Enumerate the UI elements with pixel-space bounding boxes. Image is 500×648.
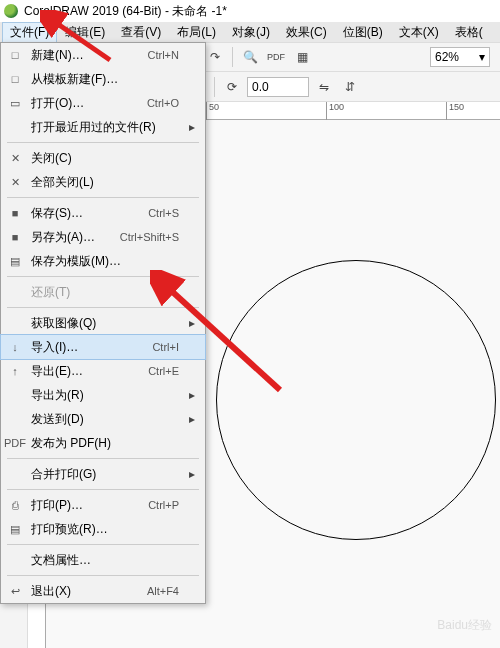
menu-item-icon: ▭ <box>7 95 23 111</box>
menu-item-label: 保存为模版(M)… <box>31 253 171 270</box>
menu-item[interactable]: ▭打开(O)…Ctrl+O <box>1 91 205 115</box>
menu-file[interactable]: 文件(F) <box>2 22 57 43</box>
separator <box>232 47 233 67</box>
ruler-tick: 100 <box>326 102 344 120</box>
menu-item-label: 打开最近用过的文件(R) <box>31 119 171 136</box>
ruler-tick: 50 <box>206 102 219 120</box>
menu-item[interactable]: □从模板新建(F)… <box>1 67 205 91</box>
menu-effect[interactable]: 效果(C) <box>278 22 335 43</box>
menu-item[interactable]: ▤打印预览(R)… <box>1 517 205 541</box>
menu-item-shortcut: Ctrl+Shift+S <box>120 231 179 243</box>
menu-item[interactable]: 合并打印(G)▸ <box>1 462 205 486</box>
menu-item-icon <box>7 119 23 135</box>
pdf-button[interactable]: PDF <box>265 46 287 68</box>
menu-edit[interactable]: 编辑(E) <box>57 22 113 43</box>
menu-item[interactable]: ▤保存为模版(M)… <box>1 249 205 273</box>
menu-item[interactable]: ↑导出(E)…Ctrl+E <box>1 359 205 383</box>
menu-item-label: 打印预览(R)… <box>31 521 171 538</box>
menu-item-shortcut: Alt+F4 <box>147 585 179 597</box>
angle-field[interactable]: 0.0 <box>247 77 309 97</box>
mirror-h-icon[interactable]: ⇋ <box>313 76 335 98</box>
menu-item[interactable]: ■保存(S)…Ctrl+S <box>1 201 205 225</box>
menu-item-icon: ↩ <box>7 583 23 599</box>
menu-item-icon <box>7 284 23 300</box>
menu-item[interactable]: 导出为(R)▸ <box>1 383 205 407</box>
menu-item[interactable]: 获取图像(Q)▸ <box>1 311 205 335</box>
menu-item-label: 打开(O)… <box>31 95 139 112</box>
app-logo-icon <box>4 4 18 18</box>
menu-item-icon <box>7 411 23 427</box>
separator <box>214 77 215 97</box>
menu-item[interactable]: ■另存为(A)…Ctrl+Shift+S <box>1 225 205 249</box>
menu-view[interactable]: 查看(V) <box>113 22 169 43</box>
menu-item[interactable]: ✕全部关闭(L) <box>1 170 205 194</box>
mirror-v-icon[interactable]: ⇵ <box>339 76 361 98</box>
menu-item[interactable]: 打开最近用过的文件(R)▸ <box>1 115 205 139</box>
menu-item-icon: ▤ <box>7 253 23 269</box>
rotate-icon[interactable]: ⟳ <box>221 76 243 98</box>
menu-text[interactable]: 文本(X) <box>391 22 447 43</box>
menu-item-label: 另存为(A)… <box>31 229 112 246</box>
menu-item-icon: ■ <box>7 229 23 245</box>
ruler-tick: 150 <box>446 102 464 120</box>
menu-item[interactable]: ✕关闭(C) <box>1 146 205 170</box>
zoom-combo[interactable]: 62%▾ <box>430 47 490 67</box>
menu-item-icon <box>7 387 23 403</box>
menu-item-shortcut: Ctrl+I <box>152 341 179 353</box>
redo-button[interactable]: ↷ <box>204 46 226 68</box>
chevron-down-icon: ▾ <box>479 50 485 64</box>
submenu-arrow-icon: ▸ <box>187 120 195 134</box>
menu-item-label: 全部关闭(L) <box>31 174 171 191</box>
menu-item[interactable]: ↩退出(X)Alt+F4 <box>1 579 205 603</box>
menu-item-icon: ■ <box>7 205 23 221</box>
menu-item-label: 保存(S)… <box>31 205 140 222</box>
menu-item-icon: □ <box>7 71 23 87</box>
menu-item-shortcut: Ctrl+S <box>148 207 179 219</box>
menu-layout[interactable]: 布局(L) <box>169 22 224 43</box>
menu-table[interactable]: 表格( <box>447 22 491 43</box>
menu-item-label: 获取图像(Q) <box>31 315 171 332</box>
menu-item-icon: ▤ <box>7 521 23 537</box>
menu-item[interactable]: PDF发布为 PDF(H) <box>1 431 205 455</box>
menu-item-label: 退出(X) <box>31 583 139 600</box>
menu-item-label: 关闭(C) <box>31 150 171 167</box>
menu-item-icon: PDF <box>7 435 23 451</box>
menu-item-shortcut: Ctrl+E <box>148 365 179 377</box>
watermark: Baidu经验 <box>372 610 492 640</box>
menu-item-label: 发送到(D) <box>31 411 171 428</box>
menu-item[interactable]: 发送到(D)▸ <box>1 407 205 431</box>
menu-item-icon: ✕ <box>7 150 23 166</box>
menu-item-label: 从模板新建(F)… <box>31 71 171 88</box>
menu-item[interactable]: ⎙打印(P)…Ctrl+P <box>1 493 205 517</box>
menu-item-shortcut: Ctrl+O <box>147 97 179 109</box>
window-title: CorelDRAW 2019 (64-Bit) - 未命名 -1* <box>24 3 227 20</box>
menu-item-icon: ↓ <box>7 339 23 355</box>
submenu-arrow-icon: ▸ <box>187 467 195 481</box>
menu-item[interactable]: ↓导入(I)…Ctrl+I <box>1 335 205 359</box>
menu-item-label: 导出为(R) <box>31 387 171 404</box>
grid-button[interactable]: ▦ <box>291 46 313 68</box>
menu-item-shortcut: Ctrl+P <box>148 499 179 511</box>
menu-item-shortcut: Ctrl+N <box>148 49 179 61</box>
menu-item-icon <box>7 466 23 482</box>
menu-item-icon: ↑ <box>7 363 23 379</box>
menu-item-icon <box>7 315 23 331</box>
search-button[interactable]: 🔍 <box>239 46 261 68</box>
submenu-arrow-icon: ▸ <box>187 316 195 330</box>
ellipse-object[interactable] <box>216 260 496 540</box>
menu-item[interactable]: □新建(N)…Ctrl+N <box>1 43 205 67</box>
menu-item[interactable]: 文档属性… <box>1 548 205 572</box>
menu-item-icon: □ <box>7 47 23 63</box>
menu-item-icon: ⎙ <box>7 497 23 513</box>
menu-item-label: 还原(T) <box>31 284 171 301</box>
menu-item-icon: ✕ <box>7 174 23 190</box>
menu-object[interactable]: 对象(J) <box>224 22 278 43</box>
zoom-value: 62% <box>435 50 459 64</box>
menu-item-label: 打印(P)… <box>31 497 140 514</box>
menu-item[interactable]: 还原(T) <box>1 280 205 304</box>
menu-item-label: 新建(N)… <box>31 47 140 64</box>
menubar: 文件(F) 编辑(E) 查看(V) 布局(L) 对象(J) 效果(C) 位图(B… <box>0 22 500 42</box>
menu-item-label: 合并打印(G) <box>31 466 171 483</box>
menu-bitmap[interactable]: 位图(B) <box>335 22 391 43</box>
file-menu-dropdown: □新建(N)…Ctrl+N□从模板新建(F)…▭打开(O)…Ctrl+O打开最近… <box>0 42 206 604</box>
